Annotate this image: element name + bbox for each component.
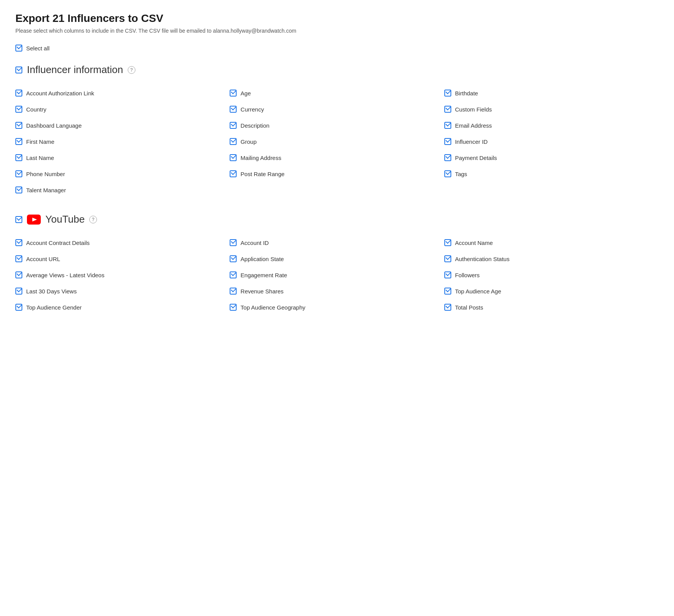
- item-label[interactable]: Account URL: [26, 256, 60, 262]
- checkbox-item: [230, 182, 444, 198]
- item-checkbox[interactable]: [230, 122, 237, 129]
- select-all-label[interactable]: Select all: [26, 45, 50, 52]
- item-checkbox[interactable]: [230, 271, 237, 278]
- item-label[interactable]: Top Audience Geography: [240, 304, 305, 311]
- checkbox-item: Top Audience Age: [444, 283, 659, 299]
- item-checkbox[interactable]: [230, 304, 237, 311]
- help-icon-youtube[interactable]: ?: [89, 216, 97, 223]
- item-checkbox[interactable]: [230, 170, 237, 177]
- item-checkbox[interactable]: [444, 106, 451, 113]
- checkbox-item: Birthdate: [444, 85, 659, 101]
- item-checkbox[interactable]: [15, 186, 22, 193]
- item-checkbox[interactable]: [444, 122, 451, 129]
- item-label[interactable]: Age: [240, 90, 251, 97]
- item-label[interactable]: Application State: [240, 256, 284, 262]
- section-checkbox-influencer-info[interactable]: [15, 67, 22, 73]
- select-all-checkbox[interactable]: [15, 45, 22, 52]
- section-header-youtube: YouTube?: [15, 213, 659, 225]
- item-label[interactable]: Description: [240, 122, 269, 129]
- item-checkbox[interactable]: [444, 90, 451, 97]
- item-label[interactable]: Payment Details: [455, 155, 497, 161]
- checkbox-item: Age: [230, 85, 444, 101]
- item-label[interactable]: Last 30 Days Views: [26, 288, 77, 295]
- item-checkbox[interactable]: [15, 170, 22, 177]
- item-label[interactable]: Group: [240, 138, 257, 145]
- item-label[interactable]: Country: [26, 106, 47, 113]
- item-label[interactable]: Talent Manager: [26, 187, 66, 193]
- item-label[interactable]: Influencer ID: [455, 138, 488, 145]
- item-checkbox[interactable]: [444, 304, 451, 311]
- item-checkbox[interactable]: [15, 154, 22, 161]
- item-label[interactable]: Total Posts: [455, 304, 483, 311]
- section-checkbox-youtube[interactable]: [15, 216, 22, 223]
- item-label[interactable]: Last Name: [26, 155, 54, 161]
- item-label[interactable]: Currency: [240, 106, 264, 113]
- item-checkbox[interactable]: [444, 255, 451, 262]
- checkbox-item: Authentication Status: [444, 251, 659, 267]
- item-label[interactable]: Email Address: [455, 122, 492, 129]
- checkbox-item: Last 30 Days Views: [15, 283, 230, 299]
- checkbox-item: Total Posts: [444, 299, 659, 315]
- item-label[interactable]: Top Audience Age: [455, 288, 501, 295]
- item-checkbox[interactable]: [15, 255, 22, 262]
- page-subtitle: Please select which columns to include i…: [15, 28, 659, 34]
- checkbox-item: Description: [230, 117, 444, 133]
- item-label[interactable]: Phone Number: [26, 171, 65, 177]
- item-label[interactable]: Post Rate Range: [240, 171, 284, 177]
- item-checkbox[interactable]: [444, 271, 451, 278]
- checkbox-item: Followers: [444, 267, 659, 283]
- item-label[interactable]: Custom Fields: [455, 106, 492, 113]
- checkbox-item: Account ID: [230, 235, 444, 251]
- item-label[interactable]: Dashboard Language: [26, 122, 82, 129]
- item-label[interactable]: Tags: [455, 171, 467, 177]
- item-checkbox[interactable]: [15, 271, 22, 278]
- item-checkbox[interactable]: [15, 106, 22, 113]
- item-checkbox[interactable]: [15, 239, 22, 246]
- item-checkbox[interactable]: [230, 138, 237, 145]
- item-label[interactable]: Account Name: [455, 240, 493, 246]
- item-checkbox[interactable]: [230, 154, 237, 161]
- item-checkbox[interactable]: [15, 90, 22, 97]
- checkbox-item: Payment Details: [444, 150, 659, 166]
- item-label[interactable]: First Name: [26, 138, 54, 145]
- item-checkbox[interactable]: [15, 138, 22, 145]
- item-checkbox[interactable]: [15, 304, 22, 311]
- checkbox-item: Email Address: [444, 117, 659, 133]
- item-checkbox[interactable]: [230, 288, 237, 295]
- item-checkbox[interactable]: [230, 106, 237, 113]
- item-checkbox[interactable]: [15, 288, 22, 295]
- item-label[interactable]: Followers: [455, 272, 480, 278]
- help-icon-influencer-info[interactable]: ?: [128, 66, 135, 74]
- item-label[interactable]: Engagement Rate: [240, 272, 287, 278]
- item-checkbox[interactable]: [444, 239, 451, 246]
- item-checkbox[interactable]: [15, 122, 22, 129]
- item-label[interactable]: Account ID: [240, 240, 269, 246]
- item-label[interactable]: Authentication Status: [455, 256, 510, 262]
- checkbox-item: Influencer ID: [444, 133, 659, 150]
- item-label[interactable]: Account Contract Details: [26, 240, 90, 246]
- item-label[interactable]: Mailing Address: [240, 155, 281, 161]
- checkbox-item: Custom Fields: [444, 101, 659, 117]
- item-label[interactable]: Birthdate: [455, 90, 478, 97]
- item-checkbox[interactable]: [230, 239, 237, 246]
- checkbox-grid-influencer-info: Account Authorization LinkAgeBirthdateCo…: [15, 85, 659, 198]
- checkbox-item: Phone Number: [15, 166, 230, 182]
- item-checkbox[interactable]: [230, 255, 237, 262]
- item-checkbox[interactable]: [444, 154, 451, 161]
- item-checkbox[interactable]: [444, 170, 451, 177]
- checkbox-item: Group: [230, 133, 444, 150]
- item-label[interactable]: Average Views - Latest Videos: [26, 272, 104, 278]
- item-label[interactable]: Account Authorization Link: [26, 90, 94, 97]
- checkbox-item: Post Rate Range: [230, 166, 444, 182]
- youtube-icon: [27, 215, 41, 225]
- section-youtube: YouTube?Account Contract DetailsAccount …: [15, 213, 659, 315]
- item-label[interactable]: Revenue Shares: [240, 288, 284, 295]
- item-checkbox[interactable]: [444, 288, 451, 295]
- item-checkbox[interactable]: [444, 138, 451, 145]
- checkbox-item: Dashboard Language: [15, 117, 230, 133]
- item-checkbox[interactable]: [230, 90, 237, 97]
- checkbox-item: Engagement Rate: [230, 267, 444, 283]
- page-title: Export 21 Influencers to CSV: [15, 12, 659, 25]
- checkbox-item: Mailing Address: [230, 150, 444, 166]
- item-label[interactable]: Top Audience Gender: [26, 304, 82, 311]
